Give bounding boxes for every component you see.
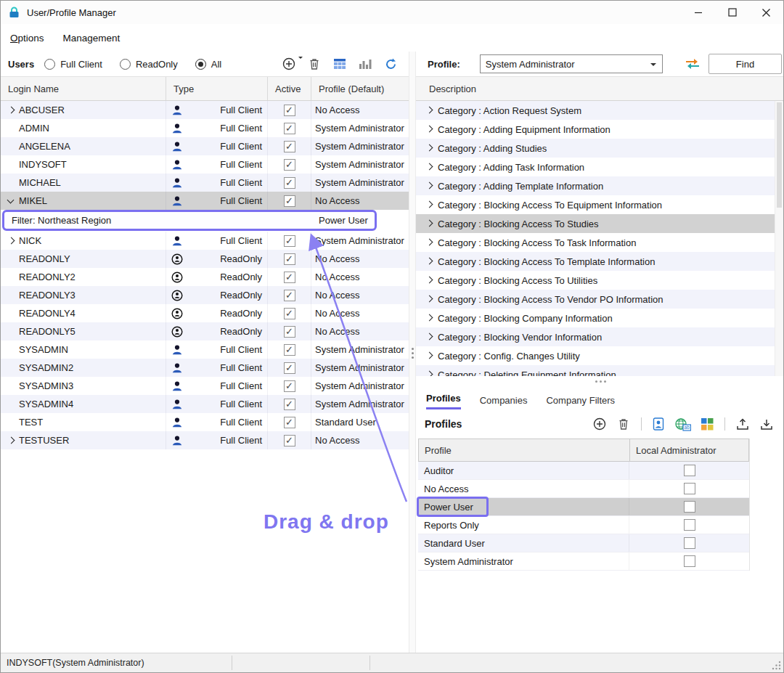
tab-profiles[interactable]: Profiles xyxy=(426,393,461,409)
active-checkbox[interactable]: ✓ xyxy=(284,435,295,446)
user-row[interactable]: TESTFull Client✓Standard User xyxy=(1,413,409,431)
profile-dropdown[interactable]: System Administrator xyxy=(480,54,663,73)
category-row[interactable]: Category : Blocking Access To Equipment … xyxy=(416,195,783,214)
expand-icon[interactable] xyxy=(423,369,435,376)
user-row[interactable]: INDYSOFTFull Client✓System Administrator xyxy=(1,155,409,174)
toolbar-statistics-icon[interactable] xyxy=(357,56,373,72)
user-row[interactable]: NICKFull Client✓System Administrator xyxy=(1,232,409,250)
active-checkbox[interactable]: ✓ xyxy=(284,308,295,319)
user-row[interactable]: ANGELENAFull Client✓System Administrator xyxy=(1,137,409,155)
expand-icon[interactable] xyxy=(5,235,17,247)
local-admin-checkbox[interactable] xyxy=(684,501,695,513)
user-row[interactable]: ADMINFull Client✓System Administrator xyxy=(1,119,409,137)
profile-row[interactable]: System Administrator xyxy=(418,552,749,571)
minimize-button[interactable] xyxy=(681,1,715,24)
expand-icon[interactable] xyxy=(423,237,435,248)
toolbar-table-view-icon[interactable] xyxy=(332,56,348,72)
active-checkbox[interactable]: ✓ xyxy=(284,195,295,207)
toolbar-add-user-icon[interactable] xyxy=(281,56,297,72)
expand-icon[interactable] xyxy=(423,274,435,286)
expand-icon[interactable] xyxy=(423,123,435,135)
user-row[interactable]: MICHAELFull Client✓System Administrator xyxy=(1,174,409,192)
column-header-profile-default[interactable]: Profile (Default) xyxy=(311,77,409,100)
category-row[interactable]: Category : Blocking Company Information xyxy=(416,309,783,327)
active-checkbox[interactable]: ✓ xyxy=(284,159,295,171)
toolbar-delete-icon[interactable] xyxy=(306,56,322,72)
tab-company-filters[interactable]: Company Filters xyxy=(546,395,615,409)
dropdown-caret-icon[interactable] xyxy=(298,57,303,61)
toolbar-refresh-icon[interactable] xyxy=(383,56,399,72)
toolbar-add-profile-icon[interactable] xyxy=(592,416,608,432)
active-checkbox[interactable]: ✓ xyxy=(284,105,295,116)
maximize-button[interactable] xyxy=(715,1,749,24)
column-header-profile[interactable]: Profile xyxy=(419,439,630,461)
radio-readonly[interactable]: ReadOnly xyxy=(120,59,178,70)
expand-icon[interactable] xyxy=(423,218,435,229)
expand-icon[interactable] xyxy=(5,435,17,446)
toolbar-delete-icon[interactable] xyxy=(616,416,632,432)
column-header-active[interactable]: Active xyxy=(268,77,311,100)
user-row[interactable]: READONLY3ReadOnly✓No Access xyxy=(1,286,409,304)
toolbar-import-icon[interactable] xyxy=(759,416,775,432)
find-button[interactable]: Find xyxy=(709,54,782,74)
category-row[interactable]: Category : Blocking Access To Task Infor… xyxy=(416,233,783,252)
active-checkbox[interactable]: ✓ xyxy=(284,417,295,428)
menu-options[interactable]: Options xyxy=(10,33,44,44)
column-header-local-administrator[interactable]: Local Administrator xyxy=(630,439,748,461)
category-row[interactable]: Category : Blocking Access To Template I… xyxy=(416,252,783,271)
scrollbar-thumb[interactable] xyxy=(777,102,782,208)
category-row[interactable]: Category : Adding Task Information xyxy=(416,158,783,176)
rename-sync-icon[interactable] xyxy=(683,57,702,71)
expand-icon[interactable] xyxy=(423,331,435,343)
expand-icon[interactable] xyxy=(423,256,435,267)
expand-icon[interactable] xyxy=(423,199,435,211)
toolbar-globe-rename-icon[interactable]: ab xyxy=(675,416,691,432)
user-row[interactable]: SYSADMIN3Full Client✓System Administrato… xyxy=(1,377,409,395)
expand-icon[interactable] xyxy=(423,142,435,154)
category-row[interactable]: Category : Blocking Vendor Information xyxy=(416,327,783,346)
local-admin-checkbox[interactable] xyxy=(684,465,695,476)
local-admin-checkbox[interactable] xyxy=(684,537,695,549)
profile-row[interactable]: Standard User xyxy=(418,534,749,552)
user-filter-row[interactable]: Filter: Northeast RegionPower User xyxy=(1,210,409,232)
active-checkbox[interactable]: ✓ xyxy=(284,123,295,134)
active-checkbox[interactable]: ✓ xyxy=(284,141,295,152)
expand-icon[interactable] xyxy=(423,293,435,305)
user-row[interactable]: MIKELFull Client✓No Access xyxy=(1,192,409,210)
category-row[interactable]: Category : Blocking Access To Utilities xyxy=(416,271,783,290)
radio-all[interactable]: All xyxy=(195,59,221,70)
user-row[interactable]: SYSADMIN2Full Client✓System Administrato… xyxy=(1,359,409,377)
category-row[interactable]: Category : Action Request System xyxy=(416,101,783,120)
user-row[interactable]: READONLYReadOnly✓No Access xyxy=(1,250,409,268)
user-row[interactable]: ABCUSERFull Client✓No Access xyxy=(1,101,409,119)
horizontal-splitter[interactable] xyxy=(416,376,783,388)
user-row[interactable]: READONLY2ReadOnly✓No Access xyxy=(1,268,409,286)
toolbar-column-grid-icon[interactable] xyxy=(699,416,715,432)
active-checkbox[interactable]: ✓ xyxy=(284,399,295,410)
active-checkbox[interactable]: ✓ xyxy=(284,344,295,356)
active-checkbox[interactable]: ✓ xyxy=(284,290,295,301)
active-checkbox[interactable]: ✓ xyxy=(284,272,295,283)
category-row[interactable]: Category : Config. Changes Utility xyxy=(416,346,783,365)
collapse-icon[interactable] xyxy=(5,195,17,207)
local-admin-checkbox[interactable] xyxy=(684,483,695,494)
category-row[interactable]: Category : Deleting Equipment Informatio… xyxy=(416,365,783,376)
profile-row[interactable]: Reports Only xyxy=(418,516,749,534)
expand-icon[interactable] xyxy=(423,312,435,324)
menu-management[interactable]: Management xyxy=(63,33,121,44)
user-row[interactable]: READONLY5ReadOnly✓No Access xyxy=(1,322,409,340)
close-button[interactable] xyxy=(749,1,783,24)
active-checkbox[interactable]: ✓ xyxy=(284,362,295,374)
user-row[interactable]: SYSADMIN4Full Client✓System Administrato… xyxy=(1,395,409,413)
category-row[interactable]: Category : Blocking Access To Studies xyxy=(416,214,783,233)
local-admin-checkbox[interactable] xyxy=(684,555,695,567)
expand-icon[interactable] xyxy=(423,105,435,116)
radio-full-client[interactable]: Full Client xyxy=(44,59,102,70)
profile-row[interactable]: No Access xyxy=(418,480,749,498)
column-header-type[interactable]: Type xyxy=(166,77,268,100)
category-row[interactable]: Category : Adding Studies xyxy=(416,139,783,158)
user-row[interactable]: SYSADMINFull Client✓System Administrator xyxy=(1,340,409,359)
category-row[interactable]: Category : Adding Template Information xyxy=(416,176,783,195)
column-header-login-name[interactable]: Login Name xyxy=(1,77,166,100)
active-checkbox[interactable]: ✓ xyxy=(284,380,295,392)
